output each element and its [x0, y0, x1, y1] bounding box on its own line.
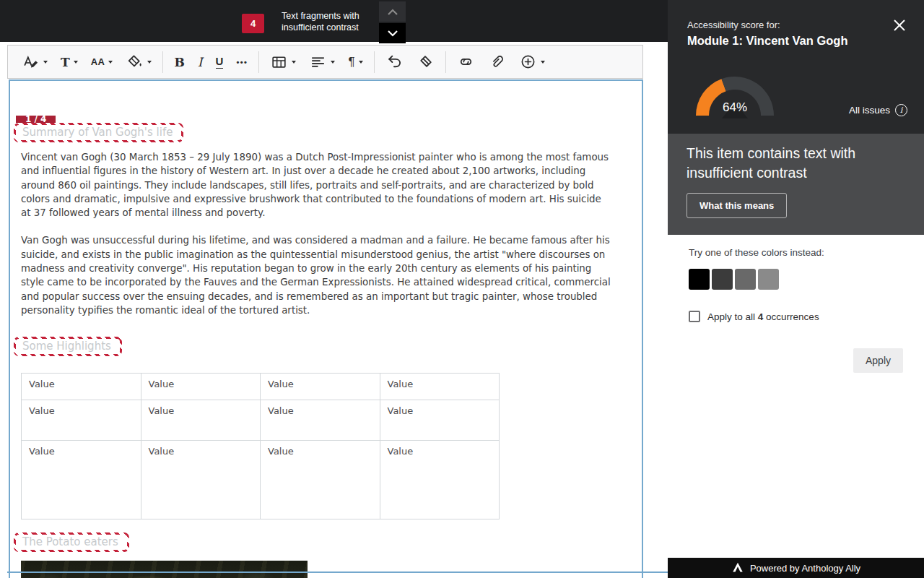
attach-file-button[interactable] — [481, 46, 513, 78]
score-label: Accessibility score for: — [687, 20, 780, 30]
toolbar-separator — [445, 51, 446, 73]
table-cell[interactable]: Value — [261, 400, 380, 441]
underline-icon: U — [216, 55, 224, 69]
next-issue-button[interactable] — [379, 23, 406, 43]
flagged-text-summary-heading[interactable]: Summary of Van Gogh's life — [14, 123, 183, 142]
paragraph-button[interactable]: ¶ — [341, 46, 369, 78]
underline-button[interactable]: U — [209, 46, 230, 78]
paragraph-van-gogh-bio: Vincent van Gogh (30 March 1853 – 29 Jul… — [21, 150, 611, 220]
apply-button[interactable]: Apply — [853, 348, 903, 373]
table-cell[interactable]: Value — [22, 441, 141, 519]
apply-all-count: 4 — [758, 311, 764, 322]
editor-bottom-border — [7, 571, 668, 573]
undo-button[interactable] — [379, 46, 410, 78]
toolbar-separator — [374, 51, 375, 73]
title-format-icon: T — [61, 55, 70, 69]
table-cell[interactable]: Value — [141, 400, 261, 441]
panel-header: Accessibility score for: Module 1: Vince… — [668, 0, 924, 134]
apply-all-row: Apply to all 4 occurrences — [689, 311, 819, 322]
remediation-section: Try one of these colors instead: Apply t… — [668, 235, 924, 558]
table-cell[interactable]: Value — [380, 374, 500, 400]
table-cell[interactable]: Value — [261, 374, 380, 400]
eraser-icon — [417, 53, 435, 71]
align-icon — [309, 53, 327, 71]
editor-content-area[interactable]: 1 / 4 Summary of Van Gogh's life Vincent… — [9, 79, 643, 578]
color-swatch-black[interactable] — [689, 269, 710, 290]
dropdown-caret-icon — [359, 61, 363, 66]
text-color-icon — [22, 53, 40, 71]
table-cell[interactable]: Value — [261, 441, 380, 519]
remove-formatting-button[interactable] — [410, 46, 441, 78]
italic-icon: I — [198, 55, 203, 69]
color-swatch-gray[interactable] — [735, 269, 756, 290]
more-formatting-button[interactable]: ••• — [230, 46, 254, 78]
table-cell[interactable]: Value — [380, 441, 500, 519]
flagged-heading-label: Some Highlights — [16, 339, 120, 354]
dropdown-caret-icon — [541, 61, 545, 66]
more-icon: ••• — [236, 58, 248, 66]
content-table: Value Value Value Value Value Value Valu… — [21, 373, 500, 519]
chevron-up-icon — [387, 7, 398, 17]
align-button[interactable] — [302, 46, 341, 78]
close-icon — [892, 24, 907, 35]
color-swatch-light-gray[interactable] — [758, 269, 779, 290]
chevron-down-icon — [387, 28, 398, 39]
close-panel-button[interactable] — [891, 17, 908, 35]
color-swatch-dark-gray[interactable] — [712, 269, 733, 290]
info-icon: i — [895, 104, 907, 116]
module-title: Module 1: Vincent Van Gogh — [687, 34, 847, 48]
table-cell[interactable]: Value — [22, 400, 141, 441]
italic-button[interactable]: I — [191, 46, 209, 78]
issue-type-label-line1: Text fragments with — [282, 10, 359, 22]
highlight-color-icon — [126, 53, 144, 71]
table-cell[interactable]: Value — [22, 374, 141, 400]
editor-toolbar: T AA B I U ••• — [7, 45, 643, 79]
dropdown-caret-icon — [108, 61, 113, 66]
try-colors-label: Try one of these colors instead: — [689, 247, 824, 258]
dropdown-caret-icon — [74, 61, 78, 66]
issue-message-section: This item contains text with insufficien… — [668, 134, 924, 235]
flagged-text-potato-eaters-heading[interactable]: The Potato eaters — [14, 532, 129, 552]
bold-icon: B — [174, 55, 184, 69]
bold-button[interactable]: B — [167, 46, 191, 78]
occurrence-counter-badge: 1 / 4 — [16, 116, 56, 123]
dropdown-caret-icon — [331, 61, 335, 66]
dropdown-caret-icon — [292, 61, 296, 66]
table-cell[interactable]: Value — [141, 441, 261, 519]
link-icon — [457, 53, 475, 71]
table-button[interactable] — [263, 46, 302, 78]
all-issues-button[interactable]: All issues i — [849, 104, 907, 116]
potato-eaters-painting-image[interactable] — [21, 561, 308, 578]
ally-accessibility-panel: Accessibility score for: Module 1: Vince… — [668, 0, 924, 578]
flagged-text-some-highlights-heading[interactable]: Some Highlights — [14, 337, 122, 356]
all-issues-label: All issues — [849, 105, 890, 116]
paragraph-van-gogh-legacy: Van Gogh was unsuccessful during his lif… — [21, 233, 611, 317]
footer-label: Powered by Anthology Ally — [750, 563, 860, 574]
flagged-heading-label: Summary of Van Gogh's life — [16, 125, 181, 140]
table-cell[interactable]: Value — [380, 400, 500, 441]
ally-footer: Powered by Anthology Ally — [668, 558, 924, 578]
anthology-logo-icon — [731, 561, 744, 576]
issue-type-label: Text fragments with insufficient contras… — [282, 10, 359, 33]
title-format-button[interactable]: T — [54, 46, 84, 78]
issue-message: This item contains text with insufficien… — [687, 144, 903, 182]
table-icon — [270, 53, 288, 71]
dropdown-caret-icon — [147, 61, 152, 66]
text-color-button[interactable] — [15, 46, 54, 78]
attachment-icon — [488, 53, 506, 71]
apply-all-checkbox[interactable] — [689, 311, 700, 322]
add-content-button[interactable] — [513, 46, 552, 78]
table-row: Value Value Value Value — [22, 400, 500, 441]
table-cell[interactable]: Value — [141, 374, 261, 400]
table-row: Value Value Value Value — [22, 374, 500, 400]
font-size-button[interactable]: AA — [84, 46, 120, 78]
issue-navigation-bar: 4 Text fragments with insufficient contr… — [0, 0, 668, 42]
previous-issue-button[interactable] — [379, 1, 406, 22]
flagged-heading-label: The Potato eaters — [16, 535, 127, 550]
highlight-color-button[interactable] — [119, 46, 158, 78]
insert-link-button[interactable] — [450, 46, 481, 78]
table-row: Value Value Value Value — [22, 441, 500, 519]
issue-type-label-line2: insufficient contrast — [282, 22, 359, 33]
what-this-means-button[interactable]: What this means — [687, 193, 787, 218]
font-size-icon: AA — [91, 56, 105, 67]
